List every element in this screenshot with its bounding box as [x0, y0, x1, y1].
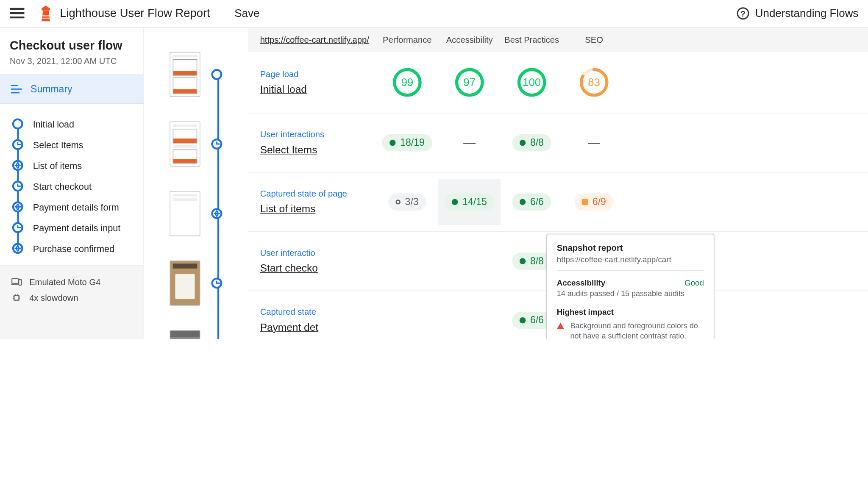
summary-row: Page loadInitial load999710083	[248, 52, 868, 113]
sidebar-step[interactable]: Payment details form	[12, 197, 144, 217]
clock-icon	[12, 139, 23, 150]
col-performance: Performance	[376, 35, 438, 44]
sidebar-step[interactable]: Purchase confirmed	[12, 238, 144, 259]
row-step-name[interactable]: Payment det	[260, 322, 376, 334]
tooltip-category: Accessibility	[557, 278, 606, 288]
score-chip[interactable]: 6/6	[512, 312, 551, 329]
sidebar-steps: Initial loadSelect ItemsList of itemsSta…	[0, 104, 144, 266]
menu-icon[interactable]	[10, 8, 25, 19]
cpu-icon	[11, 294, 22, 302]
step-label: Payment details input	[33, 222, 121, 233]
score-chip[interactable]: 18/19	[382, 134, 432, 151]
score-gauge[interactable]: 83	[579, 68, 609, 97]
score-gauge[interactable]: 99	[392, 68, 422, 97]
clock-icon	[12, 180, 23, 191]
summary-label: Summary	[31, 83, 72, 94]
device-label: Emulated Moto G4	[29, 277, 100, 287]
row-type-label: Captured state of page	[260, 189, 376, 198]
row-type-label: Page load	[260, 69, 376, 79]
lighthouse-icon	[39, 6, 53, 21]
throttle-label: 4x slowdown	[29, 293, 78, 302]
svg-rect-1	[42, 15, 50, 17]
score-chip[interactable]: 3/3	[389, 194, 426, 211]
help-link[interactable]: ? Understanding Flows	[737, 7, 859, 20]
tooltip-title: Snapshot report	[557, 243, 704, 252]
clock-icon	[211, 139, 222, 150]
col-accessibility: Accessibility	[438, 35, 501, 44]
aperture-icon	[12, 160, 23, 171]
row-step-name[interactable]: List of items	[260, 203, 376, 216]
step-label: Select Items	[33, 139, 83, 150]
thumbnail[interactable]	[170, 122, 200, 167]
clock-icon	[12, 222, 23, 233]
warning-icon	[557, 323, 564, 329]
step-label: Payment details form	[33, 202, 119, 212]
score-chip[interactable]: 6/6	[512, 194, 551, 211]
svg-rect-5	[19, 280, 21, 285]
thumbnail[interactable]	[170, 52, 200, 97]
score-gauge[interactable]: 97	[455, 68, 484, 97]
sidebar-step[interactable]: Initial load	[12, 114, 144, 134]
row-type-label: Captured state	[260, 307, 376, 317]
thumbnail[interactable]	[170, 261, 200, 306]
help-label: Understanding Flows	[755, 7, 859, 20]
step-label: Initial load	[33, 119, 74, 129]
col-seo: SEO	[563, 35, 625, 44]
column-headers: https://coffee-cart.netlify.app/ Perform…	[248, 28, 868, 52]
tooltip-card: Snapshot report https://coffee-cart.netl…	[546, 234, 714, 339]
thumbnail[interactable]	[170, 330, 200, 339]
tooltip-impact-text: Background and foreground colors do not …	[570, 321, 704, 339]
svg-rect-6	[14, 295, 19, 300]
score-chip[interactable]: 14/15	[445, 194, 494, 211]
sidebar-step[interactable]: List of items	[12, 155, 144, 176]
aperture-icon	[12, 243, 23, 254]
row-step-name[interactable]: Initial load	[260, 83, 376, 96]
step-label: Purchase confirmed	[33, 243, 114, 253]
timeline	[144, 28, 248, 339]
score-chip[interactable]: 6/9	[575, 194, 613, 211]
svg-rect-0	[43, 10, 49, 13]
sidebar-step[interactable]: Start checkout	[12, 176, 144, 197]
dash-cell: —	[588, 136, 600, 150]
circle-icon	[12, 118, 23, 129]
tooltip-rating: Good	[684, 278, 704, 288]
sidebar-step[interactable]: Payment details input	[12, 217, 144, 238]
flow-date: Nov 3, 2021, 12:00 AM UTC	[10, 56, 134, 66]
help-icon: ?	[737, 7, 749, 19]
summary-row: User interactionsSelect Items18/19—8/8—	[248, 114, 868, 173]
step-label: List of items	[33, 160, 82, 170]
aperture-icon	[211, 208, 222, 219]
sidebar: Checkout user flow Nov 3, 2021, 12:00 AM…	[0, 28, 144, 339]
report-title: Lighthouse User Flow Report	[60, 7, 210, 20]
svg-rect-2	[42, 18, 50, 19]
device-icon	[11, 277, 22, 286]
sidebar-step[interactable]: Select Items	[12, 134, 144, 155]
summary-row: Captured state of pageList of items3/314…	[248, 173, 868, 232]
score-chip[interactable]: 8/8	[512, 252, 551, 269]
aperture-icon	[12, 201, 23, 212]
save-button[interactable]: Save	[234, 7, 259, 20]
col-best-practices: Best Practices	[501, 35, 563, 44]
tooltip-url: https://coffee-cart.netlify.app/cart	[557, 255, 704, 271]
score-gauge[interactable]: 100	[517, 68, 546, 97]
row-type-label: User interactions	[260, 129, 376, 139]
sidebar-summary[interactable]: Summary	[0, 75, 144, 104]
app-header: Lighthouse User Flow Report Save ? Under…	[0, 0, 868, 28]
summary-icon	[11, 85, 22, 93]
row-step-name[interactable]: Select Items	[260, 144, 376, 156]
thumbnail[interactable]	[170, 191, 200, 236]
flow-url[interactable]: https://coffee-cart.netlify.app/	[260, 35, 376, 44]
circle-icon	[211, 69, 222, 80]
tooltip-impact-label: Highest impact	[557, 308, 614, 317]
svg-rect-3	[12, 279, 18, 283]
tooltip-detail: 14 audits passed / 15 passable audits	[557, 289, 704, 298]
step-label: Start checkout	[33, 181, 92, 191]
svg-rect-4	[11, 284, 19, 285]
clock-icon	[211, 277, 222, 288]
score-chip[interactable]: 8/8	[512, 134, 551, 151]
row-type-label: User interactio	[260, 248, 376, 258]
sidebar-footer: Emulated Moto G4 4x slowdown	[0, 266, 144, 339]
summary-main: https://coffee-cart.netlify.app/ Perform…	[248, 28, 868, 339]
row-step-name[interactable]: Start checko	[260, 262, 376, 274]
flow-title: Checkout user flow	[10, 39, 134, 53]
